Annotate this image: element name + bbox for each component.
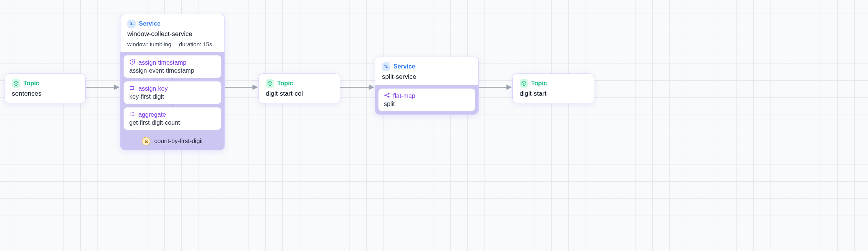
topic-header: Topic: [266, 79, 333, 88]
service-icon: [382, 62, 390, 71]
op-sub: key-first-digit: [129, 93, 216, 100]
service-type-label: Service: [393, 63, 415, 70]
aggregate-icon: [129, 111, 135, 119]
meta-duration-key: duration:: [179, 41, 201, 47]
svg-point-7: [388, 96, 389, 98]
meta-window-key: window:: [127, 41, 148, 47]
svg-point-6: [388, 93, 389, 95]
topic-node-sentences[interactable]: Topic sentences: [5, 73, 86, 103]
key-icon: [129, 85, 135, 93]
topic-type-label: Topic: [531, 80, 547, 87]
op-label: flat-map: [393, 93, 415, 99]
service-type-label: Service: [139, 20, 161, 27]
service-meta: window: tumbling duration: 15s: [127, 41, 218, 47]
svg-point-3: [130, 89, 132, 90]
service-top: Service window-collect-service window: t…: [120, 14, 224, 52]
op-label: aggregate: [138, 111, 166, 118]
op-assign-key[interactable]: assign-key key-first-digit: [124, 81, 221, 104]
diagram-canvas[interactable]: Topic sentences Service window-collect-s…: [0, 0, 868, 251]
op-aggregate[interactable]: aggregate get-first-digit-count: [124, 107, 221, 130]
cube-icon: [12, 79, 20, 88]
op-label: assign-timestamp: [138, 59, 186, 66]
service-node-split[interactable]: Service split-service flat-map split: [375, 57, 479, 115]
ops-container: assign-timestamp assign-event-timestamp …: [120, 52, 224, 150]
cube-icon: [266, 79, 274, 88]
service-name: split-service: [382, 73, 471, 81]
topic-node-digit-start[interactable]: Topic digit-start: [512, 73, 594, 103]
service-name: window-collect-service: [127, 30, 218, 38]
flatmap-icon: [384, 92, 390, 100]
op-flat-map[interactable]: flat-map split: [378, 88, 475, 111]
topic-type-label: Topic: [277, 80, 293, 87]
op-sub: assign-event-timestamp: [129, 67, 216, 74]
store-badge-icon: S: [142, 137, 150, 145]
clock-icon: [129, 59, 135, 67]
cube-icon: [520, 79, 528, 88]
op-sub: split: [384, 101, 470, 108]
svg-point-2: [130, 86, 132, 87]
op-label: assign-key: [138, 85, 167, 92]
topic-header: Topic: [12, 79, 78, 88]
service-top: Service split-service: [375, 57, 478, 85]
meta-window-val: tumbling: [150, 41, 171, 47]
op-assign-timestamp[interactable]: assign-timestamp assign-event-timestamp: [124, 55, 221, 78]
store-name: count-by-first-digit: [154, 138, 203, 145]
store-section: S count-by-first-digit: [124, 133, 221, 147]
ops-container: flat-map split: [375, 85, 478, 114]
topic-header: Topic: [520, 79, 587, 88]
topic-node-digit-start-col[interactable]: Topic digit-start-col: [258, 73, 340, 103]
topic-type-label: Topic: [23, 80, 39, 87]
op-sub: get-first-digit-count: [129, 119, 216, 126]
service-node-window-collect[interactable]: Service window-collect-service window: t…: [120, 14, 225, 150]
meta-duration-val: 15s: [203, 41, 212, 47]
svg-point-5: [385, 95, 386, 96]
topic-name: digit-start-col: [266, 90, 333, 98]
topic-name: digit-start: [520, 90, 587, 98]
service-icon: [127, 20, 136, 28]
service-header: Service: [382, 62, 471, 71]
topic-name: sentences: [12, 90, 78, 98]
service-header: Service: [127, 20, 218, 28]
